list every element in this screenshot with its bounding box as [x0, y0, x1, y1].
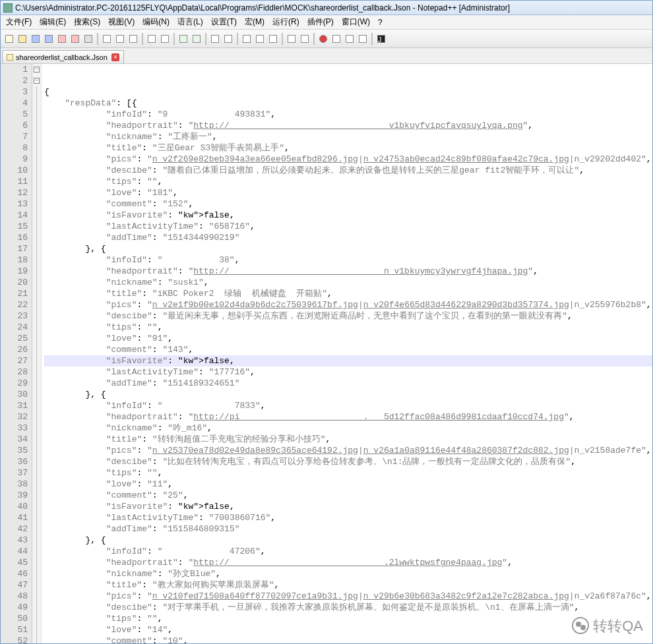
code-line[interactable]: "comment": "143", [44, 344, 652, 355]
code-line[interactable]: "title": "教大家如何购买苹果原装屏幕", [44, 579, 652, 591]
tool-docmap[interactable] [299, 33, 311, 45]
code-line[interactable]: "nickname": "工疼新一", [44, 131, 652, 142]
code-line[interactable]: "tips": "", [44, 176, 652, 187]
code-line[interactable]: "love": "181", [44, 187, 652, 198]
tool-save[interactable] [30, 33, 42, 45]
code-line[interactable]: { [44, 86, 652, 98]
code-line[interactable]: "title": "转转淘超值二手充电宝的经验分享和小技巧", [44, 434, 652, 445]
tool-copy[interactable] [114, 33, 126, 45]
menu-file[interactable]: 文件(F) [2, 15, 36, 29]
code-line[interactable]: "addTime": "1514344990219" [44, 232, 652, 243]
code-line[interactable]: "love": "91", [44, 333, 652, 344]
fold-marker[interactable]: − [32, 64, 41, 75]
code-line[interactable]: "pics": "n_v210fed71508a640ff87702097ce1… [44, 591, 652, 602]
menu-window[interactable]: 窗口(W) [338, 15, 374, 29]
toolbar-sep [313, 33, 315, 45]
tool-open[interactable] [16, 33, 28, 45]
code-line[interactable]: "nickname": "孙文Blue", [44, 568, 652, 579]
line-number: 34 [1, 434, 28, 445]
code-line[interactable]: }, { [44, 535, 652, 546]
code-line[interactable]: "love": "14", [44, 624, 652, 635]
tool-cut[interactable] [101, 33, 113, 45]
tool-new[interactable] [3, 33, 15, 45]
code-line[interactable]: "headportrait": "http:// n_v1bkuymcy3ywr… [44, 266, 652, 277]
code-line[interactable]: "isFavorite": "kw">false, [44, 210, 652, 221]
code-line[interactable]: "infoId": "9 493831", [44, 109, 652, 120]
tool-replace[interactable] [191, 33, 202, 45]
document-tab[interactable]: shareorderlist_callback.Json × [2, 50, 124, 63]
tool-saveall[interactable] [43, 33, 55, 45]
tool-undo[interactable] [146, 33, 158, 45]
code-line[interactable]: "headportrait": "http:// .2lwwktpwsfgne4… [44, 557, 652, 568]
code-line[interactable]: "descibe": "比如在转转淘充电宝，有四点可以分享给各位转友参考。\n1… [44, 456, 652, 467]
tool-savemacro[interactable] [357, 33, 369, 45]
tool-record[interactable] [317, 33, 329, 45]
tool-allchars[interactable] [254, 33, 266, 45]
menu-encoding[interactable]: 编码(N) [139, 15, 173, 29]
code-line[interactable]: }, { [44, 243, 652, 254]
code-line[interactable]: "love": "11", [44, 479, 652, 490]
code-line[interactable]: "tips": "", [44, 467, 652, 479]
menu-settings[interactable]: 设置(T) [207, 15, 241, 29]
code-line[interactable]: "lastActivityTime": "658716", [44, 221, 652, 232]
menu-macro[interactable]: 宏(M) [241, 15, 268, 29]
code-line[interactable]: "nickname": "suski", [44, 277, 652, 288]
code-line[interactable]: "pics": "n_v2f269e82beb394a3ea66ee05eafb… [44, 154, 652, 165]
code-line[interactable]: "isFavorite": "kw">false, [44, 355, 652, 366]
tool-play[interactable] [330, 33, 342, 45]
code-line[interactable]: "nickname": "吟_m16", [44, 423, 652, 434]
menu-run[interactable]: 运行(R) [268, 15, 303, 29]
code-line[interactable]: "pics": "n_v2e1f9b00e102d4da9b6dc2c75039… [44, 299, 652, 310]
code-line[interactable]: "pics": "n_v25370ea78d02e49da8e89c365ace… [44, 445, 652, 456]
tool-redo[interactable] [159, 33, 171, 45]
tool-playmulti[interactable] [344, 33, 356, 45]
code-line[interactable]: "lastActivityTime": "7003860716", [44, 512, 652, 523]
menu-plugins[interactable]: 插件(P) [303, 15, 338, 29]
code-line[interactable]: "title": "iKBC Poker2 绿轴 机械键盘 开箱贴", [44, 288, 652, 299]
fold-marker[interactable]: − [32, 75, 41, 86]
menu-edit[interactable]: 编辑(E) [36, 15, 70, 29]
menu-search[interactable]: 搜索(S) [70, 15, 104, 29]
code-line[interactable]: "isFavorite": "kw">false, [44, 501, 652, 512]
code-line[interactable]: "descibe": "随着自己体重日益增加，所以必须要动起来。原来的设备也是转… [44, 165, 652, 176]
code-line[interactable]: "title": "三星Gear S3智能手表简易上手", [44, 142, 652, 154]
tool-paste[interactable] [127, 33, 139, 45]
tool-close[interactable] [56, 33, 68, 45]
code-line[interactable]: "comment": "10", [44, 635, 652, 643]
tool-indent[interactable] [267, 33, 279, 45]
tool-closeall[interactable] [69, 33, 81, 45]
code-line[interactable]: "addTime": "1514189324651" [44, 378, 652, 389]
tool-find[interactable] [177, 33, 189, 45]
code-line[interactable]: "descibe": "对于苹果手机，一旦屏碎，我推荐大家换原装拆机屏幕。如何鉴… [44, 602, 652, 613]
menu-view[interactable]: 视图(V) [104, 15, 139, 29]
code-line[interactable]: "tips": "", [44, 613, 652, 624]
toolbar-sep [142, 33, 143, 45]
code-line[interactable]: "comment": "25", [44, 490, 652, 501]
code-line[interactable]: "comment": "152", [44, 198, 652, 210]
code-line[interactable]: "infoId": " 38", [44, 254, 652, 266]
menubar: 文件(F) 编辑(E) 搜索(S) 视图(V) 编码(N) 语言(L) 设置(T… [1, 15, 652, 30]
code-line[interactable]: "addTime": "1515846809315" [44, 523, 652, 535]
tool-wordwrap[interactable] [241, 33, 253, 45]
close-icon[interactable]: × [111, 53, 119, 61]
tool-json[interactable]: J [375, 33, 387, 45]
tool-zoomout[interactable] [222, 33, 234, 45]
code-line[interactable]: "tips": "", [44, 322, 652, 333]
file-icon [7, 54, 13, 61]
code-line[interactable]: "lastActivityTime": "177716", [44, 366, 652, 378]
fold-marker [32, 322, 41, 333]
code-line[interactable]: "descibe": "最近闲来无事，想剁手买点东西，在浏览附近商品时，无意中看… [44, 310, 652, 322]
tool-funclist[interactable] [286, 33, 297, 45]
menu-help[interactable]: ? [374, 16, 387, 28]
editor[interactable]: 1234567891011121314151617181920212223242… [1, 64, 652, 643]
code-line[interactable]: "infoId": " 47206", [44, 546, 652, 557]
code-line[interactable]: "respData": [{ [44, 98, 652, 109]
menu-language[interactable]: 语言(L) [173, 15, 207, 29]
code-line[interactable]: "headportrait": "http://pi . 5d12ffac08a… [44, 411, 652, 423]
code-line[interactable]: }, { [44, 389, 652, 400]
tool-print[interactable] [82, 33, 94, 45]
code-line[interactable]: "headportrait": "http:// _v1bkuyfvipcfav… [44, 120, 652, 131]
code-line[interactable]: "infoId": " 7833", [44, 400, 652, 411]
tool-zoomin[interactable] [209, 33, 221, 45]
code-area[interactable]: { "respData": [{ "infoId": "9 493831", "… [42, 64, 652, 643]
